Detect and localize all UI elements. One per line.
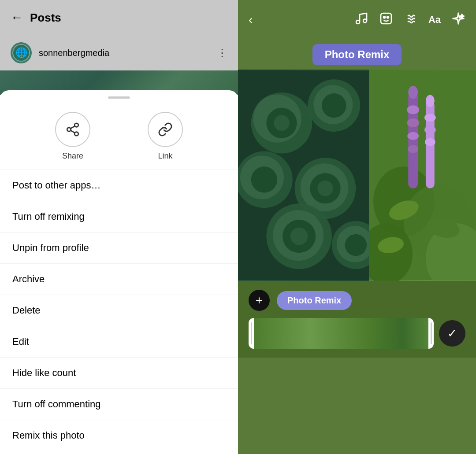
wave-icon[interactable] <box>404 11 418 29</box>
right-panel: ‹ <box>238 0 476 454</box>
svg-point-20 <box>251 166 277 192</box>
menu-item-edit[interactable]: Edit <box>0 326 238 358</box>
succulent-svg <box>238 70 369 281</box>
menu-item-remix-photo[interactable]: Remix this photo <box>0 420 238 451</box>
svg-point-40 <box>407 118 419 127</box>
story-icons-row: Aa <box>354 11 465 29</box>
back-button[interactable]: ← <box>11 11 23 25</box>
menu-item-post-other-apps[interactable]: Post to other apps… <box>0 170 238 201</box>
sheet-handle <box>0 90 238 103</box>
svg-point-41 <box>407 132 419 140</box>
svg-point-9 <box>387 16 389 18</box>
story-bottom-area: + Photo Remix ✓ <box>238 281 476 358</box>
timeline-row: ✓ <box>249 318 465 349</box>
svg-point-39 <box>407 105 419 114</box>
svg-point-42 <box>408 145 418 153</box>
menu-item-turn-off-remixing[interactable]: Turn off remixing <box>0 201 238 233</box>
link-button[interactable]: Link <box>148 112 183 161</box>
story-images <box>238 70 476 281</box>
action-buttons-row: Share Link <box>0 103 238 170</box>
avatar: 🌐 <box>11 42 32 63</box>
svg-point-44 <box>426 95 435 107</box>
svg-point-24 <box>317 181 333 196</box>
story-add-row: + Photo Remix <box>249 290 465 311</box>
page-title: Posts <box>30 11 61 25</box>
svg-point-46 <box>424 126 436 134</box>
share-icon <box>65 122 80 137</box>
timeline-strip[interactable] <box>249 318 434 349</box>
drag-handle <box>108 96 130 99</box>
svg-rect-7 <box>381 13 391 24</box>
menu-item-delete[interactable]: Delete <box>0 295 238 326</box>
menu-item-hide-like-count[interactable]: Hide like count <box>0 358 238 389</box>
menu-item-turn-off-commenting[interactable]: Turn off commenting <box>0 389 238 420</box>
svg-point-14 <box>274 115 290 131</box>
svg-point-6 <box>363 19 367 22</box>
more-options-button[interactable]: ⋮ <box>217 47 227 59</box>
menu-list: Post to other apps… Turn off remixing Un… <box>0 170 238 454</box>
profile-bar: 🌐 sonnenbergmedia ⋮ <box>0 35 238 70</box>
succulent-pattern-bg <box>238 70 369 281</box>
photo-remix-badge: Photo Remix <box>312 44 402 65</box>
text-aa-icon[interactable]: Aa <box>428 14 441 26</box>
succulent-image <box>238 70 369 281</box>
story-top-bar: ‹ <box>238 0 476 40</box>
lupine-svg <box>369 70 476 281</box>
handle-line-right <box>431 322 432 344</box>
share-button[interactable]: Share <box>55 112 90 161</box>
menu-item-unpin-profile[interactable]: Unpin from profile <box>0 233 238 264</box>
music-note-icon[interactable] <box>354 11 368 29</box>
svg-point-17 <box>322 93 346 118</box>
avatar-icon: 🌐 <box>15 47 27 59</box>
sparkle-icon[interactable] <box>451 11 465 29</box>
link-circle <box>148 112 183 147</box>
svg-point-31 <box>345 234 367 256</box>
story-back-button[interactable]: ‹ <box>249 13 253 27</box>
lupine-image <box>369 70 476 281</box>
left-panel: ← Posts 🌐 sonnenbergmedia ⋮ <box>0 0 238 454</box>
svg-point-28 <box>290 228 308 245</box>
svg-point-45 <box>424 114 436 122</box>
svg-point-8 <box>383 16 385 18</box>
sticker-icon[interactable] <box>379 11 393 29</box>
photo-remix-pill[interactable]: Photo Remix <box>277 291 352 310</box>
share-circle <box>55 112 90 147</box>
svg-line-4 <box>71 126 75 129</box>
add-button[interactable]: + <box>249 290 270 311</box>
svg-point-38 <box>408 86 418 99</box>
svg-point-5 <box>356 20 360 24</box>
timeline-handle-right[interactable] <box>428 318 434 349</box>
top-bar: ← Posts <box>0 0 238 35</box>
share-label: Share <box>62 151 83 161</box>
handle-line-left <box>251 322 252 344</box>
username-label: sonnenbergmedia <box>39 48 217 58</box>
bottom-sheet: Share Link Post to other apps… Turn off … <box>0 90 238 454</box>
avatar-inner: 🌐 <box>12 44 30 62</box>
svg-line-3 <box>71 130 75 133</box>
timeline-handle-left[interactable] <box>249 318 254 349</box>
svg-point-47 <box>425 138 435 146</box>
confirm-button[interactable]: ✓ <box>439 320 465 347</box>
link-icon <box>158 122 173 137</box>
photo-remix-label-area: Photo Remix <box>238 44 476 65</box>
menu-item-archive[interactable]: Archive <box>0 264 238 295</box>
timeline-content <box>249 318 434 349</box>
link-label: Link <box>158 151 172 161</box>
